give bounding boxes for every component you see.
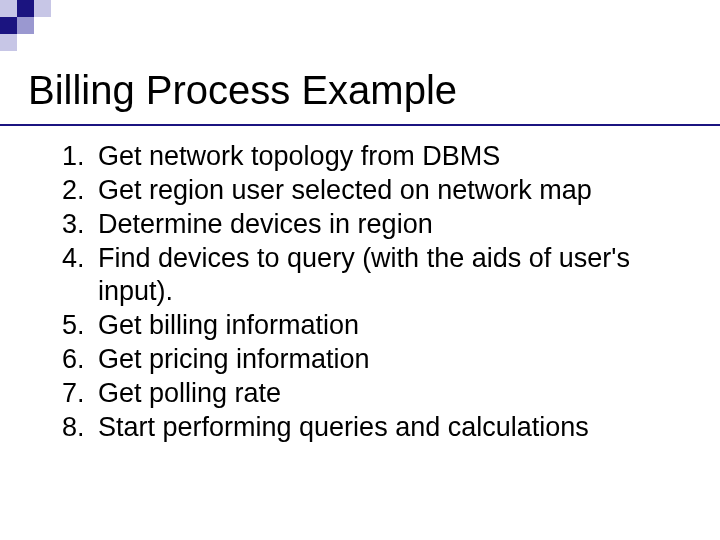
list-number: 3.	[62, 208, 98, 241]
list-item: 4. Find devices to query (with the aids …	[62, 242, 660, 308]
svg-rect-5	[0, 34, 17, 51]
slide-body: 1. Get network topology from DBMS 2. Get…	[62, 140, 660, 444]
corner-decoration-icon	[0, 0, 130, 60]
list-text: Find devices to query (with the aids of …	[98, 242, 660, 308]
list-text: Get billing information	[98, 309, 660, 342]
title-underline	[0, 124, 720, 126]
svg-rect-3	[0, 17, 17, 34]
list-text: Start performing queries and calculation…	[98, 411, 660, 444]
list-number: 5.	[62, 309, 98, 342]
list-item: 8. Start performing queries and calculat…	[62, 411, 660, 444]
list-text: Determine devices in region	[98, 208, 660, 241]
list-text: Get polling rate	[98, 377, 660, 410]
list-text: Get network topology from DBMS	[98, 140, 660, 173]
slide: Billing Process Example 1. Get network t…	[0, 0, 720, 540]
slide-title: Billing Process Example	[28, 68, 457, 113]
list-text: Get pricing information	[98, 343, 660, 376]
list-number: 2.	[62, 174, 98, 207]
list-number: 4.	[62, 242, 98, 308]
list-item: 7. Get polling rate	[62, 377, 660, 410]
list-item: 3. Determine devices in region	[62, 208, 660, 241]
list-number: 1.	[62, 140, 98, 173]
svg-rect-4	[17, 17, 34, 34]
list-item: 5. Get billing information	[62, 309, 660, 342]
list-number: 8.	[62, 411, 98, 444]
list-number: 7.	[62, 377, 98, 410]
list-item: 6. Get pricing information	[62, 343, 660, 376]
list-number: 6.	[62, 343, 98, 376]
svg-rect-1	[17, 0, 34, 17]
list-item: 1. Get network topology from DBMS	[62, 140, 660, 173]
svg-rect-0	[0, 0, 17, 17]
svg-rect-2	[34, 0, 51, 17]
list-item: 2. Get region user selected on network m…	[62, 174, 660, 207]
list-text: Get region user selected on network map	[98, 174, 660, 207]
